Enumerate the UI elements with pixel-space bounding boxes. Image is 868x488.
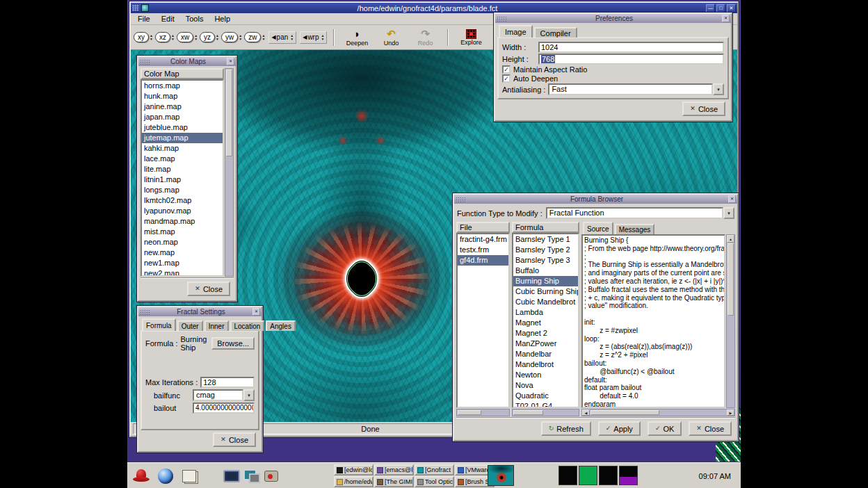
scrollbar-thumb[interactable] (513, 410, 543, 415)
undo-button[interactable]: ↶ Undo (375, 28, 407, 47)
terminal-launcher[interactable] (221, 466, 242, 486)
preferences-close-button[interactable]: ✕ Close (682, 101, 725, 116)
pan-spinner[interactable]: ▲▼ (290, 34, 294, 40)
rotate-zw-spinner[interactable]: ▲▼ (262, 34, 265, 40)
close-icon[interactable]: ✕ (727, 4, 736, 13)
formula-item[interactable]: Buffalo (513, 266, 578, 276)
menu-help[interactable]: Help (209, 14, 236, 24)
scrollbar-thumb[interactable] (226, 70, 232, 156)
paint-launcher[interactable] (261, 466, 282, 486)
colormap-item[interactable]: hunk.map (142, 91, 223, 101)
colormap-close-button[interactable]: ✕ Close (187, 282, 230, 296)
minimize-icon[interactable]: — (706, 4, 715, 13)
menu-file[interactable]: File (132, 14, 156, 24)
menu-tools[interactable]: Tools (180, 14, 209, 24)
spinner-down-icon[interactable]: ▼ (216, 38, 219, 40)
documents-launcher[interactable] (179, 466, 200, 486)
pager-desktop-2[interactable] (579, 466, 597, 485)
file-list-hscrollbar[interactable] (456, 409, 510, 416)
rotate-xz-label[interactable]: xz (155, 32, 170, 42)
formula-item[interactable]: Newton (513, 370, 578, 380)
spinner-down-icon[interactable]: ▼ (171, 38, 175, 40)
formula-browser-titlebar[interactable]: Formula Browser ✕ (454, 195, 737, 204)
function-type-select[interactable]: Fractal Function ▼ (546, 207, 734, 219)
auto-deepen-checkbox[interactable]: ✓ (502, 74, 511, 83)
tab-source[interactable]: Source (583, 222, 613, 234)
colormap-item[interactable]: lyapunov.map (142, 206, 223, 216)
pan-control[interactable]: ◀ pan ▲▼ (268, 31, 296, 44)
maximize-icon[interactable]: □ (716, 4, 725, 13)
browser-launcher[interactable] (155, 466, 176, 486)
colormap-item[interactable]: litnin1.map (142, 174, 223, 185)
scrollbar-thumb[interactable] (728, 243, 734, 316)
source-view[interactable]: Burning Ship { ; From the web page http:… (581, 234, 725, 408)
rotate-yz-control[interactable]: yz ▲▼ (200, 32, 219, 42)
formula-item[interactable]: Barnsley Type 2 (513, 245, 578, 255)
spinner-down-icon[interactable]: ▼ (290, 38, 294, 40)
formula-item[interactable]: Cubic Burning Ship (513, 286, 578, 297)
rotate-xz-spinner[interactable]: ▲▼ (171, 34, 175, 40)
colormap-item[interactable]: new2.map (142, 268, 223, 277)
formula-item[interactable]: Magnet (513, 318, 578, 328)
antialiasing-select[interactable]: Fast ▼ (548, 83, 724, 95)
formula-item[interactable]: Magnet 2 (513, 328, 578, 339)
rotate-yz-label[interactable]: yz (200, 32, 215, 42)
task-button-gimp[interactable]: [The GIMI (374, 476, 414, 487)
main-menu-button[interactable] (131, 466, 152, 486)
scroll-up-icon[interactable]: ▲ (727, 235, 734, 243)
pager-desktop-1[interactable] (558, 466, 577, 485)
formula-item[interactable]: Mandelbrot (513, 359, 578, 370)
window-icon[interactable] (141, 4, 149, 12)
formula-column-header[interactable]: Formula (512, 222, 579, 233)
ok-button[interactable]: ✓ OK (648, 421, 682, 436)
spinner-down-icon[interactable]: ▼ (321, 38, 325, 40)
task-button-home[interactable]: /home/edw (334, 476, 373, 487)
formula-item[interactable]: ManZPower (513, 339, 578, 349)
rotate-xw-control[interactable]: xw ▲▼ (177, 32, 198, 42)
tab-formula[interactable]: Formula (142, 318, 176, 331)
explore-button[interactable]: Explore (455, 29, 487, 46)
formula-item[interactable]: Mandelbar (513, 349, 578, 359)
colormap-item[interactable]: horns.map (142, 81, 223, 91)
rotate-yw-label[interactable]: yw (221, 32, 238, 42)
rotate-yw-control[interactable]: yw ▲▼ (221, 32, 242, 42)
height-input[interactable]: 768 (538, 54, 724, 65)
rotate-zw-control[interactable]: zw ▲▼ (244, 32, 265, 42)
colormap-item-selected[interactable]: jutemap.map (142, 133, 223, 143)
apply-button[interactable]: ✓ Apply (598, 421, 641, 436)
task-button-gnofract[interactable]: [Gnofract (415, 464, 454, 475)
tab-image[interactable]: Image (499, 25, 533, 38)
close-icon[interactable]: ✕ (227, 58, 234, 65)
colormap-item[interactable]: mandmap.map (142, 216, 223, 227)
source-hscrollbar[interactable]: ◀ ▶ (581, 409, 735, 416)
formula-item[interactable]: Lambda (513, 307, 578, 318)
redo-button[interactable]: ↷ Redo (409, 28, 441, 47)
colormap-item[interactable]: lkmtch02.map (142, 195, 223, 206)
menu-edit[interactable]: Edit (156, 14, 180, 24)
display-launcher[interactable] (241, 466, 262, 486)
source-vscrollbar[interactable]: ▲ (726, 234, 735, 408)
close-icon[interactable]: ✕ (722, 15, 730, 22)
colormap-item[interactable]: lite.map (142, 164, 223, 174)
colormap-item[interactable]: longs.map (142, 185, 223, 195)
rotate-yw-spinner[interactable]: ▲▼ (239, 34, 242, 40)
rotate-xy-spinner[interactable]: ▲▼ (150, 34, 153, 40)
warp-spinner[interactable]: ▲▼ (321, 34, 325, 40)
main-titlebar[interactable]: /home/edwin/gnofract4d/params/blade.fct … (131, 3, 737, 13)
pager-desktop-3[interactable] (599, 466, 618, 485)
bailout-input[interactable]: 4.00000000000000000 (193, 402, 255, 414)
colormap-item[interactable]: new.map (142, 247, 223, 258)
rotate-xy-control[interactable]: xy ▲▼ (134, 32, 153, 42)
rotate-xw-spinner[interactable]: ▲▼ (194, 34, 198, 40)
formula-list-hscrollbar[interactable] (512, 409, 579, 416)
formula-item[interactable]: Barnsley Type 1 (513, 234, 578, 245)
formula-item-selected[interactable]: Burning Ship (513, 276, 578, 286)
formula-item[interactable]: T02-01-G4 (513, 401, 578, 408)
close-icon[interactable]: ✕ (252, 308, 260, 316)
spinner-down-icon[interactable]: ▼ (262, 38, 265, 40)
task-button-terminal[interactable]: [edwin@lc (334, 464, 373, 475)
formula-item[interactable]: Nova (513, 380, 578, 391)
rotate-xy-label[interactable]: xy (134, 32, 149, 42)
pager-desktop-4[interactable] (619, 466, 638, 485)
file-item-selected[interactable]: gf4d.frm (458, 255, 508, 266)
